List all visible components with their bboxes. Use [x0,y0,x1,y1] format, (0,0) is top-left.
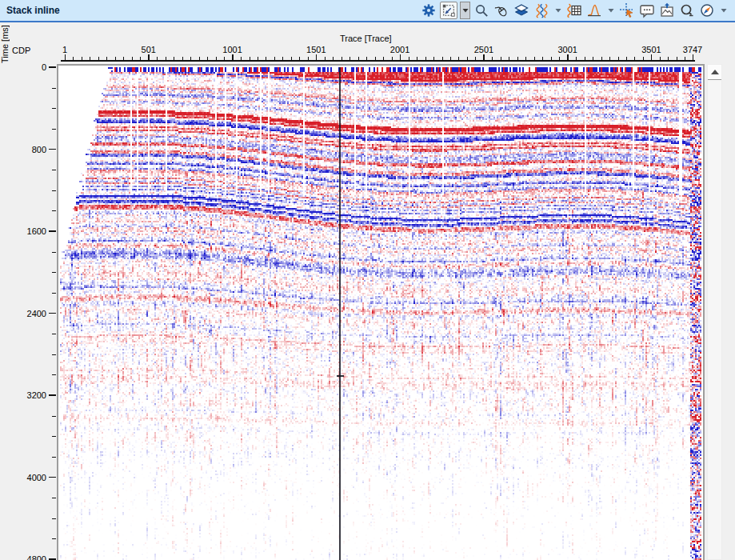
y-tick-major [49,313,56,314]
x-tick-minor [342,57,342,60]
x-tick-minor [224,57,225,60]
x-tick-minor [551,57,552,60]
x-tick-minor [140,57,141,60]
x-tick-minor [199,57,200,60]
x-tick-minor [501,57,501,60]
orientation-button[interactable] [698,2,716,19]
trace-table-button[interactable] [565,2,583,19]
x-tick-minor [375,57,376,60]
x-tick-minor [106,57,107,60]
x-tick-minor [98,57,99,60]
x-tick-major [148,54,150,60]
x-tick-minor [73,57,74,60]
x-tick-minor [166,57,166,60]
x-tick-minor [258,57,258,60]
orientation-dropdown[interactable] [718,2,729,19]
x-tick-minor [115,57,116,60]
pick-mode-button[interactable] [618,2,636,19]
vertical-scrollbar[interactable] [707,64,722,560]
up-arrow-icon [711,70,719,74]
x-tick-minor [250,57,250,60]
y-tick-minor [52,88,56,89]
x-tick-minor [82,57,82,60]
y-tick-minor [52,436,56,437]
y-tick-label: 3200 [11,390,46,400]
x-tick-label: 1 [62,45,67,54]
toolbar [420,2,735,19]
layers-button[interactable] [513,2,530,19]
y-tick-major [49,394,56,396]
y-tick-minor [52,374,56,375]
y-tick-label: 4800 [11,554,46,560]
x-tick-minor [559,57,560,60]
x-tick-minor [207,57,208,60]
export-image-button[interactable] [658,2,676,19]
x-tick-minor [467,57,468,60]
histogram-icon [586,2,602,18]
magnifier-icon [474,3,489,18]
x-tick-minor [433,57,434,60]
x-tick-minor [593,57,593,60]
x-tick-major [65,54,66,60]
settings-button[interactable] [420,2,437,19]
annotations-button[interactable] [638,2,656,19]
x-tick-major [232,54,234,60]
mouse-icon [494,3,509,18]
x-tick-label: 501 [142,45,156,54]
y-tick-minor [52,518,56,519]
y-tick-major [49,230,56,232]
y-tick-label: 800 [11,145,46,154]
x-tick-minor [425,57,426,60]
x-tick-major [400,54,401,60]
y-tick-label: 2400 [11,309,46,318]
x-tick-minor [123,57,124,60]
x-tick-major [567,54,569,60]
x-tick-minor [601,57,602,60]
y-tick-minor [52,190,56,191]
x-tick-minor [325,57,326,60]
x-tick-minor [132,57,133,60]
x-tick-minor [626,57,627,60]
x-tick-minor [358,57,359,60]
amplitude-histogram-button[interactable] [585,2,603,19]
x-tick-minor [291,57,292,60]
x-tick-major [651,54,653,60]
wiggle-display-dropdown[interactable] [553,2,563,19]
x-tick-minor [677,57,677,60]
x-axis-title: Trace [Trace] [340,34,392,43]
scroll-up-button[interactable] [708,65,721,80]
x-tick-label: 3501 [641,45,661,54]
gear-icon [421,3,436,18]
zoom-select-button[interactable] [440,2,457,19]
x-tick-minor [157,57,158,60]
amplitude-histogram-dropdown[interactable] [605,2,616,19]
cursor-line[interactable] [339,67,341,560]
x-tick-minor [308,57,309,60]
x-tick-minor [182,57,183,60]
x-tick-minor [492,57,493,60]
x-tick-minor [299,57,300,60]
zoom-select-dropdown[interactable] [460,2,470,19]
x-axis-line [61,60,695,62]
y-tick-minor [52,210,56,211]
quick-zoom-button[interactable] [678,2,696,19]
y-tick-minor [52,252,56,253]
zoom-select-icon [441,3,456,18]
comment-icon [639,2,655,18]
y-tick-minor [52,334,56,334]
seismic-canvas[interactable] [60,67,701,560]
x-tick-minor [660,57,661,60]
q-zoom-icon [679,2,695,18]
x-tick-minor [350,57,350,60]
wiggle-display-button[interactable] [533,2,550,19]
magnifier-button[interactable] [473,2,490,19]
mouse-mode-button[interactable] [493,2,510,19]
y-tick-minor [52,170,56,170]
x-tick-label: 2501 [474,45,493,54]
x-tick-minor [417,57,417,60]
x-tick-minor [282,57,283,60]
x-tick-major [316,54,318,60]
x-tick-minor [241,57,242,60]
chevron-down-icon [720,6,728,14]
x-tick-minor [643,57,644,60]
